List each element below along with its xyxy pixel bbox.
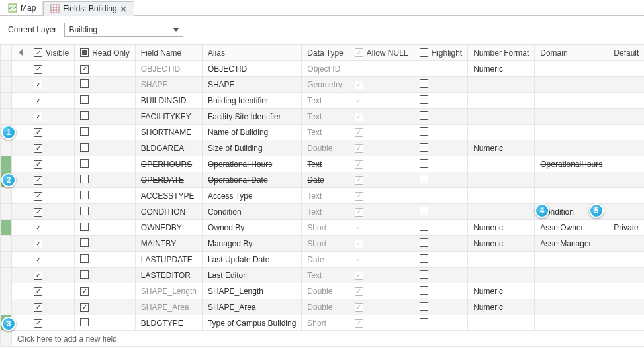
visible-cell[interactable] <box>28 236 75 252</box>
domain-cell[interactable]: AssetOwner <box>535 220 608 236</box>
row-handle[interactable] <box>1 268 12 283</box>
readonly-cell[interactable] <box>75 140 136 156</box>
highlight-header-checkbox[interactable] <box>420 48 428 57</box>
visible-cell[interactable] <box>28 77 75 93</box>
visible-cell-checkbox[interactable] <box>34 65 42 74</box>
domain-cell[interactable]: OperationalHours <box>535 156 608 172</box>
datatype-cell[interactable]: Text <box>302 156 349 172</box>
table-row[interactable]: OPERDATEOperational DateDate <box>1 172 645 188</box>
domain-cell[interactable] <box>535 172 608 188</box>
numberformat-cell[interactable] <box>468 125 535 140</box>
readonly-cell-checkbox[interactable] <box>80 127 89 136</box>
readonly-cell-checkbox[interactable] <box>80 159 89 168</box>
fieldname-cell[interactable]: BUILDINGID <box>135 93 202 109</box>
highlight-cell-checkbox[interactable] <box>420 64 428 72</box>
row-handle[interactable] <box>1 156 12 172</box>
highlight-cell-checkbox[interactable] <box>420 270 428 279</box>
visible-cell[interactable] <box>28 315 75 331</box>
domain-cell[interactable] <box>535 77 608 93</box>
datatype-cell[interactable]: Object ID <box>302 61 349 77</box>
highlight-cell[interactable] <box>414 93 468 109</box>
visible-cell[interactable] <box>28 61 75 77</box>
readonly-cell[interactable] <box>75 315 136 331</box>
fields-grid[interactable]: Visible Read Only Field Name Alias Data … <box>0 44 644 347</box>
alias-cell[interactable]: Owned By <box>202 220 301 236</box>
visible-cell-checkbox[interactable] <box>34 240 42 248</box>
domain-cell[interactable] <box>535 188 608 204</box>
alias-cell[interactable]: Size of Building <box>202 140 301 156</box>
visible-cell-checkbox[interactable] <box>34 144 42 153</box>
row-handle[interactable] <box>1 299 12 315</box>
datatype-cell[interactable]: Short <box>302 315 349 331</box>
domain-header[interactable]: Domain <box>535 45 608 61</box>
visible-cell-checkbox[interactable] <box>34 176 42 185</box>
default-header[interactable]: Default <box>608 45 644 61</box>
readonly-cell[interactable] <box>75 109 136 125</box>
visible-cell-checkbox[interactable] <box>34 128 42 137</box>
domain-cell[interactable] <box>535 61 608 77</box>
readonly-cell-checkbox[interactable] <box>80 303 89 312</box>
readonly-cell[interactable] <box>75 188 136 204</box>
numberformat-cell[interactable] <box>468 315 535 331</box>
close-icon[interactable] <box>120 5 127 12</box>
highlight-cell-checkbox[interactable] <box>420 111 428 120</box>
highlight-cell[interactable] <box>414 268 468 283</box>
numberformat-header[interactable]: Number Format <box>468 45 535 61</box>
datatype-cell[interactable]: Short <box>302 220 349 236</box>
fieldname-cell[interactable]: ACCESSTYPE <box>135 188 202 204</box>
visible-cell-checkbox[interactable] <box>34 287 42 296</box>
numberformat-cell[interactable] <box>468 268 535 283</box>
default-cell[interactable] <box>608 156 644 172</box>
readonly-cell[interactable] <box>75 204 136 220</box>
datatype-cell[interactable]: Text <box>302 204 349 220</box>
highlight-cell[interactable] <box>414 220 468 236</box>
highlight-cell-checkbox[interactable] <box>420 318 428 326</box>
fieldname-cell[interactable]: OPERDATE <box>135 172 202 188</box>
datatype-cell[interactable]: Double <box>302 283 349 299</box>
table-row[interactable]: ACCESSTYPEAccess TypeText50 <box>1 188 645 204</box>
datatype-cell[interactable]: Text <box>302 188 349 204</box>
table-row[interactable]: BUILDINGIDBuilding IdentifierText50 <box>1 93 645 109</box>
highlight-cell-checkbox[interactable] <box>420 143 428 152</box>
datatype-cell[interactable]: Text <box>302 93 349 109</box>
domain-cell[interactable] <box>535 283 608 299</box>
alias-header[interactable]: Alias <box>202 45 301 61</box>
alias-cell[interactable]: Operational Hours <box>202 156 301 172</box>
alias-cell[interactable]: Access Type <box>202 188 301 204</box>
highlight-cell[interactable] <box>414 315 468 331</box>
readonly-cell-checkbox[interactable] <box>80 191 89 199</box>
visible-cell[interactable] <box>28 220 75 236</box>
visible-cell-checkbox[interactable] <box>34 256 42 264</box>
numberformat-cell[interactable] <box>468 93 535 109</box>
readonly-cell-checkbox[interactable] <box>80 207 89 215</box>
visible-cell-checkbox[interactable] <box>34 192 42 201</box>
datatype-header[interactable]: Data Type <box>302 45 349 61</box>
alias-cell[interactable]: Type of Campus Building <box>202 315 301 331</box>
readonly-cell[interactable] <box>75 172 136 188</box>
row-handle[interactable] <box>1 188 12 204</box>
fieldname-cell[interactable]: CONDITION <box>135 204 202 220</box>
domain-cell[interactable] <box>535 93 608 109</box>
readonly-cell-checkbox[interactable] <box>80 254 89 263</box>
highlight-cell[interactable] <box>414 299 468 315</box>
fieldname-cell[interactable]: SHORTNAME <box>135 125 202 140</box>
highlight-cell-checkbox[interactable] <box>420 254 428 263</box>
table-row[interactable]: BLDGAREASize of BuildingDoubleNumeric <box>1 140 645 156</box>
domain-cell[interactable] <box>535 315 608 331</box>
domain-cell[interactable] <box>535 268 608 283</box>
numberformat-cell[interactable]: Numeric <box>468 283 535 299</box>
visible-cell[interactable] <box>28 140 75 156</box>
readonly-cell-checkbox[interactable] <box>80 143 89 152</box>
table-row[interactable]: MAINTBYManaged ByShortNumericAssetManage… <box>1 236 645 252</box>
default-cell[interactable] <box>608 252 644 268</box>
alias-cell[interactable]: Managed By <box>202 236 301 252</box>
fieldname-cell[interactable]: OPERHOURS <box>135 156 202 172</box>
highlight-cell[interactable] <box>414 77 468 93</box>
highlight-cell[interactable] <box>414 140 468 156</box>
numberformat-cell[interactable] <box>468 252 535 268</box>
alias-cell[interactable]: Operational Date <box>202 172 301 188</box>
alias-cell[interactable]: Facility Site Identifier <box>202 109 301 125</box>
fieldname-cell[interactable]: SHAPE <box>135 77 202 93</box>
datatype-cell[interactable]: Date <box>302 172 349 188</box>
alias-cell[interactable]: Condition <box>202 204 301 220</box>
